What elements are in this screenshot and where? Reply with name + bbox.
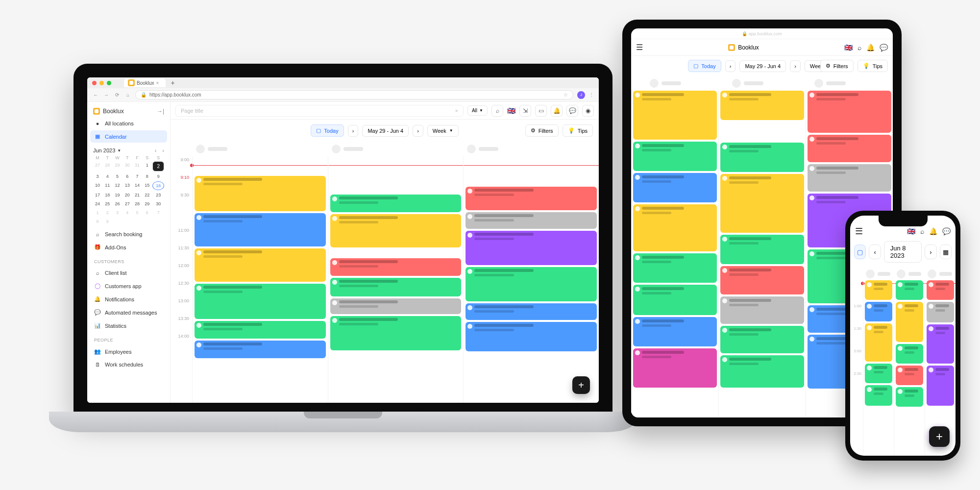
mini-cal-day[interactable]: 29 <box>143 200 151 208</box>
mini-cal-day[interactable]: 16 <box>152 181 164 190</box>
add-booking-fab[interactable]: + <box>929 426 950 447</box>
sidebar-item-notifications[interactable]: 🔔 Notifications <box>90 293 167 305</box>
calendar-event[interactable] <box>896 344 923 364</box>
filters-button[interactable]: ⚙ Filters <box>525 124 559 137</box>
mini-cal-day[interactable]: 8 <box>143 172 151 180</box>
search-icon[interactable]: ⌕ <box>920 227 924 235</box>
mini-cal-day[interactable]: 30 <box>152 200 164 208</box>
sidebar-item-statistics[interactable]: 📊 Statistics <box>90 319 167 332</box>
calendar-event[interactable] <box>466 303 597 320</box>
column-header[interactable] <box>925 268 956 280</box>
column-header[interactable] <box>463 142 599 156</box>
mini-cal-day[interactable]: 21 <box>133 191 142 199</box>
mini-cal-day[interactable]: 9 <box>152 172 164 180</box>
sidebar-item-employees[interactable]: 👥 Employees <box>90 345 167 358</box>
calendar-event[interactable] <box>865 385 892 406</box>
mini-cal-day[interactable]: 19 <box>113 191 122 199</box>
contacts-button[interactable]: ▭ <box>535 105 547 117</box>
calendar-column[interactable] <box>463 156 599 403</box>
mini-cal-day[interactable]: 4 <box>103 172 112 180</box>
sidebar-item-add-ons[interactable]: 🎁 Add-Ons <box>90 241 167 253</box>
calendar-event[interactable] <box>633 317 717 346</box>
bell-icon[interactable]: 🔔 <box>866 44 875 51</box>
mini-cal-day[interactable]: 2 <box>103 209 112 217</box>
calendar-event[interactable] <box>330 316 462 350</box>
mini-cal-day[interactable]: 11 <box>103 181 112 190</box>
mini-cal-day[interactable]: 14 <box>133 181 142 190</box>
sidebar-item-work-schedules[interactable]: 🗓 Work schedules <box>90 359 167 370</box>
mini-cal-day[interactable]: 13 <box>123 181 132 190</box>
add-booking-fab[interactable]: + <box>572 376 590 394</box>
calendar-event[interactable] <box>330 195 462 212</box>
filters-button[interactable]: ⚙Filters <box>820 60 854 72</box>
calendar-event[interactable] <box>720 174 804 233</box>
calendar-column[interactable] <box>718 91 806 417</box>
calendar-event[interactable] <box>865 302 892 321</box>
date-range-button[interactable]: May 29 - Jun 4 <box>362 125 409 137</box>
mini-cal-day[interactable]: 20 <box>123 191 132 199</box>
mini-cal-day[interactable]: 3 <box>93 172 102 180</box>
messages-button[interactable]: 💬 <box>566 105 578 117</box>
page-title-input[interactable]: Page title × <box>175 105 464 117</box>
calendar-column[interactable] <box>631 91 718 417</box>
column-header[interactable] <box>192 142 328 156</box>
flag-uk-icon[interactable]: 🇬🇧 <box>507 107 515 115</box>
calendar-column[interactable] <box>863 280 894 456</box>
mini-cal-day[interactable]: 28 <box>103 161 112 172</box>
mini-cal-day[interactable]: 4 <box>123 209 132 217</box>
calendar-event[interactable] <box>927 302 954 322</box>
mini-cal-day[interactable]: 25 <box>103 200 112 208</box>
date-range-button[interactable]: May 29 - Jun 4 <box>739 60 786 72</box>
new-tab-button[interactable]: + <box>171 79 174 87</box>
bookmark-star-icon[interactable]: ☆ <box>564 92 568 98</box>
mini-cal-day[interactable]: 8 <box>93 218 102 225</box>
calendar-event[interactable] <box>808 91 891 133</box>
next-button-2[interactable]: › <box>790 60 801 72</box>
prev-day-button[interactable]: ‹ <box>869 245 881 259</box>
mini-cal-day[interactable]: 28 <box>133 200 142 208</box>
sidebar-item-all-locations[interactable]: ● All locations <box>90 118 167 129</box>
mini-cal-day[interactable]: 10 <box>93 181 102 190</box>
calendar-event[interactable] <box>720 355 804 388</box>
bell-icon[interactable]: 🔔 <box>929 227 937 235</box>
calendar-column[interactable] <box>894 280 925 456</box>
nav-home-icon[interactable]: ⌂ <box>124 92 131 98</box>
calendar-event[interactable] <box>466 187 597 210</box>
mini-cal-day[interactable]: 27 <box>93 161 102 172</box>
calendar-event[interactable] <box>633 348 717 388</box>
calendar-event[interactable] <box>927 324 954 364</box>
chat-icon[interactable]: 💬 <box>942 227 951 235</box>
calendar-event[interactable] <box>633 142 717 171</box>
calendar-event[interactable] <box>720 296 804 324</box>
browser-tab[interactable]: Booklux × <box>124 78 166 87</box>
nav-back-icon[interactable]: ← <box>92 92 99 98</box>
url-input[interactable]: 🔒 https://app.booklux.com ☆ <box>135 90 573 99</box>
sidebar-item-calendar[interactable]: ▦ Calendar <box>90 130 167 143</box>
calendar-column[interactable] <box>192 156 328 403</box>
window-min-dot[interactable] <box>99 81 104 85</box>
collapse-sidebar-icon[interactable]: →| <box>157 108 164 115</box>
chevron-down-icon[interactable]: ▼ <box>117 148 121 153</box>
calendar-event[interactable] <box>927 280 954 300</box>
calendar-event[interactable] <box>720 326 804 353</box>
column-header[interactable] <box>646 76 728 91</box>
browser-profile-avatar[interactable]: J <box>577 91 585 99</box>
mini-cal-day[interactable]: 2 <box>152 161 164 172</box>
mini-cal-next-icon[interactable]: › <box>162 147 164 153</box>
mini-cal-day[interactable]: 26 <box>113 200 122 208</box>
mini-cal-day[interactable]: 17 <box>93 191 102 199</box>
column-header[interactable] <box>328 142 464 156</box>
mini-cal-day[interactable]: 3 <box>113 209 122 217</box>
menu-icon[interactable]: ☰ <box>855 226 863 237</box>
flag-uk-icon[interactable]: 🇬🇧 <box>844 44 853 51</box>
window-close-dot[interactable] <box>92 81 97 85</box>
next-button-2[interactable]: › <box>413 125 423 137</box>
calendar-event[interactable] <box>808 164 891 192</box>
mini-cal-day[interactable]: 18 <box>103 191 112 199</box>
window-max-dot[interactable] <box>107 81 111 85</box>
nav-reload-icon[interactable]: ⟳ <box>114 92 121 98</box>
menu-icon[interactable]: ☰ <box>636 43 643 52</box>
sidebar-item-client-list[interactable]: ⌕ Client list <box>90 267 167 279</box>
mini-cal-day[interactable]: 27 <box>123 200 132 208</box>
mini-cal-day[interactable]: 1 <box>143 161 151 172</box>
